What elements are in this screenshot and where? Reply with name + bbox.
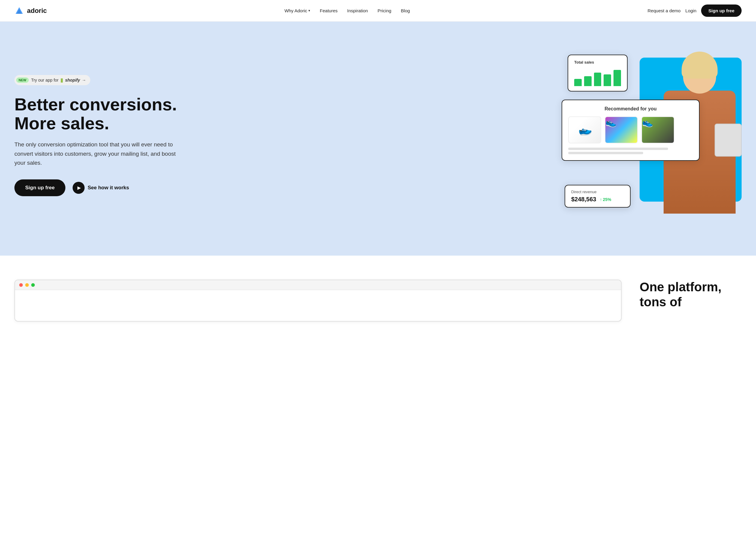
chevron-down-icon: ▾	[309, 9, 310, 13]
total-sales-title: Total sales	[574, 60, 621, 65]
shoe-icon-3: 👟	[642, 117, 653, 127]
request-demo-link[interactable]: Request a demo	[648, 8, 681, 13]
logo-icon	[14, 6, 24, 16]
revenue-percentage: ↑ 25%	[600, 197, 611, 202]
revenue-row: $248,563 ↑ 25%	[571, 196, 624, 203]
nav-links: Why Adoric ▾ Features Inspiration Pricin…	[284, 8, 410, 13]
shoe-icon-1: 👟	[576, 122, 593, 138]
logo-link[interactable]: adoric	[14, 6, 47, 16]
section2-title: One platform, tons of	[640, 280, 742, 310]
line-2	[568, 152, 643, 154]
hero-illustration: Total sales Recommended for you 👟 👟	[562, 46, 742, 225]
section2: One platform, tons of	[0, 256, 756, 334]
bar-3	[594, 72, 601, 86]
product-thumb-1: 👟	[568, 116, 601, 143]
browser-dot-red	[19, 283, 23, 287]
product-thumbnails: 👟 👟 👟	[568, 116, 693, 143]
bar-2	[584, 76, 591, 86]
logo-text: adoric	[27, 7, 47, 15]
shoe-icon-2: 👟	[605, 117, 616, 127]
bar-5	[613, 70, 621, 86]
recommended-title: Recommended for you	[568, 106, 693, 112]
product-thumb-2: 👟	[605, 116, 638, 143]
hero-badge[interactable]: NEW Try our app for ▮ shopify →	[14, 75, 90, 85]
nav-blog[interactable]: Blog	[401, 8, 410, 13]
badge-text: Try our app for ▮ shopify →	[31, 77, 86, 83]
up-arrow-icon: ↑	[600, 197, 602, 202]
sales-chart	[574, 68, 621, 86]
login-link[interactable]: Login	[686, 8, 696, 13]
bar-4	[604, 74, 611, 86]
revenue-amount: $248,563	[571, 196, 596, 203]
section2-text: One platform, tons of	[640, 280, 742, 310]
browser-mockup	[14, 280, 622, 322]
signup-button-hero[interactable]: Sign up free	[14, 180, 65, 196]
shopify-icon: ▮	[60, 77, 63, 83]
navbar: adoric Why Adoric ▾ Features Inspiration…	[0, 0, 756, 22]
signup-button-nav[interactable]: Sign up free	[701, 5, 742, 17]
hero-title: Better conversions. More sales.	[14, 95, 183, 133]
product-lines	[568, 148, 693, 154]
badge-new-label: NEW	[16, 77, 29, 83]
nav-inspiration[interactable]: Inspiration	[347, 8, 368, 13]
nav-features[interactable]: Features	[320, 8, 337, 13]
nav-actions: Request a demo Login Sign up free	[648, 5, 742, 17]
browser-bar	[15, 280, 621, 290]
how-it-works-button[interactable]: ▶ See how it works	[72, 182, 129, 194]
hero-description: The only conversion optimization tool th…	[14, 140, 183, 167]
browser-dot-green	[31, 283, 35, 287]
bar-1	[574, 79, 582, 86]
revenue-card: Direct revenue $248,563 ↑ 25%	[565, 185, 631, 207]
hero-section: NEW Try our app for ▮ shopify → Better c…	[0, 22, 756, 256]
browser-dot-yellow	[25, 283, 29, 287]
play-icon: ▶	[72, 182, 84, 194]
hero-left: NEW Try our app for ▮ shopify → Better c…	[14, 75, 183, 197]
hero-cta: Sign up free ▶ See how it works	[14, 180, 183, 196]
line-1	[568, 148, 668, 150]
product-thumb-3: 👟	[641, 116, 675, 143]
browser-content	[15, 290, 621, 320]
nav-pricing[interactable]: Pricing	[377, 8, 391, 13]
revenue-label: Direct revenue	[571, 190, 624, 194]
total-sales-card: Total sales	[567, 55, 628, 91]
nav-why-adoric[interactable]: Why Adoric ▾	[284, 8, 310, 13]
recommended-card: Recommended for you 👟 👟 👟	[562, 100, 699, 161]
